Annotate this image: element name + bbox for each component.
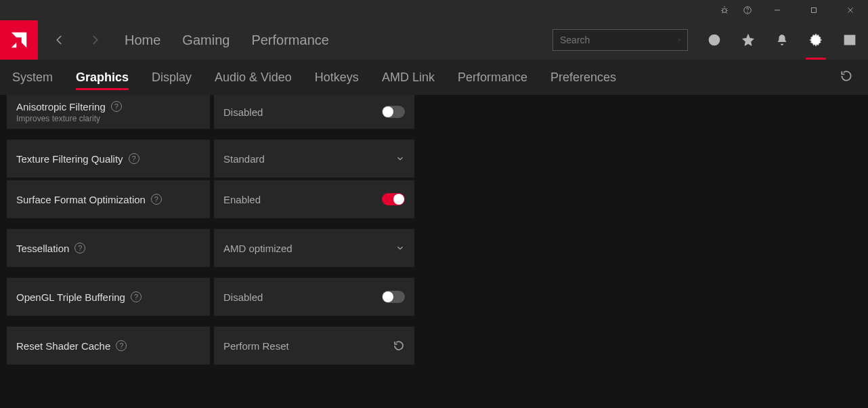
subtab-amd-link[interactable]: AMD Link (382, 61, 435, 94)
setting-description: Improves texture clarity (16, 114, 200, 123)
help-icon[interactable]: ? (151, 194, 162, 205)
maximize-button[interactable] (802, 0, 826, 20)
main-toolbar: Home Gaming Performance (0, 20, 868, 60)
setting-anisotropic: Anisotropic Filtering ? Improves texture… (7, 95, 861, 129)
subtab-system[interactable]: System (12, 61, 53, 94)
setting-value-cell: Disabled (214, 95, 414, 129)
help-icon[interactable]: ? (74, 243, 85, 253)
chevron-down-icon (395, 243, 405, 253)
setting-value: Disabled (223, 291, 263, 303)
toggle-anisotropic[interactable] (382, 106, 405, 118)
chevron-down-icon (395, 154, 405, 163)
setting-value: Disabled (223, 106, 263, 118)
setting-opengl-triple-buffering: OpenGL Triple Buffering ? Disabled (7, 278, 861, 316)
toggle-triple-buffering[interactable] (382, 291, 405, 303)
setting-reset-shader-cache: Reset Shader Cache ? Perform Reset (7, 327, 861, 365)
subtab-preferences[interactable]: Preferences (550, 61, 616, 94)
subtab-display[interactable]: Display (152, 61, 192, 94)
bug-icon[interactable] (719, 5, 730, 16)
minimize-button[interactable] (765, 0, 789, 20)
setting-value-cell[interactable]: AMD optimized (214, 229, 414, 267)
setting-value-cell[interactable]: Perform Reset (214, 327, 414, 365)
setting-surface-format: Surface Format Optimization ? Enabled (7, 180, 861, 218)
subtab-graphics[interactable]: Graphics (76, 61, 129, 94)
setting-label-cell: Texture Filtering Quality ? (7, 140, 210, 178)
setting-label: Reset Shader Cache (16, 340, 110, 352)
setting-label: Anisotropic Filtering (16, 101, 106, 113)
setting-value-cell: Disabled (214, 278, 414, 316)
setting-value: Standard (223, 153, 265, 165)
setting-tessellation: Tessellation ? AMD optimized (7, 229, 861, 267)
search-icon (678, 35, 680, 45)
toggle-surface-format[interactable] (382, 193, 405, 205)
close-button[interactable] (838, 0, 863, 20)
setting-label: Texture Filtering Quality (16, 153, 123, 165)
reset-all-icon[interactable] (840, 69, 856, 85)
forward-button[interactable] (81, 34, 108, 46)
svg-point-4 (679, 39, 680, 41)
subtab-audio-video[interactable]: Audio & Video (215, 61, 292, 94)
setting-texture-filtering: Texture Filtering Quality ? Standard (7, 140, 861, 178)
setting-label: Surface Format Optimization (16, 194, 146, 205)
tab-gaming[interactable]: Gaming (182, 33, 230, 48)
sub-nav: System Graphics Display Audio & Video Ho… (0, 60, 868, 95)
help-icon[interactable] (742, 5, 753, 16)
search-box[interactable] (552, 29, 688, 51)
setting-label-cell: Surface Format Optimization ? (7, 180, 210, 218)
web-icon[interactable] (707, 33, 722, 47)
amd-logo[interactable] (0, 20, 38, 60)
star-icon[interactable] (741, 33, 756, 47)
setting-value: AMD optimized (223, 243, 292, 254)
setting-label: Tessellation (16, 243, 69, 254)
svg-rect-3 (812, 8, 817, 13)
back-button[interactable] (46, 34, 73, 46)
tab-home[interactable]: Home (125, 33, 160, 48)
tab-performance[interactable]: Performance (251, 33, 329, 48)
setting-value-cell[interactable]: Standard (214, 140, 414, 178)
setting-label-cell: Tessellation ? (7, 229, 210, 267)
reset-icon (393, 340, 405, 352)
bell-icon[interactable] (775, 33, 789, 47)
setting-value: Perform Reset (223, 340, 289, 352)
settings-content: Anisotropic Filtering ? Improves texture… (0, 95, 868, 408)
setting-label-cell: Anisotropic Filtering ? Improves texture… (7, 95, 210, 129)
panel-icon[interactable] (842, 33, 857, 47)
window-titlebar (0, 0, 868, 20)
main-tabs: Home Gaming Performance (125, 33, 329, 48)
help-icon[interactable]: ? (116, 340, 127, 351)
help-icon[interactable]: ? (129, 153, 139, 164)
setting-label-cell: OpenGL Triple Buffering ? (7, 278, 210, 316)
svg-point-0 (722, 9, 726, 13)
toolbar-icons (707, 33, 857, 47)
gear-icon[interactable] (808, 33, 823, 47)
help-icon[interactable]: ? (131, 291, 142, 302)
subtab-hotkeys[interactable]: Hotkeys (315, 61, 359, 94)
help-icon[interactable]: ? (111, 101, 122, 112)
search-input[interactable] (560, 35, 678, 45)
setting-label: OpenGL Triple Buffering (16, 291, 125, 303)
svg-point-2 (747, 12, 748, 13)
setting-value-cell: Enabled (214, 180, 414, 218)
subtab-performance[interactable]: Performance (458, 61, 527, 94)
setting-value: Enabled (223, 194, 261, 205)
setting-label-cell: Reset Shader Cache ? (7, 327, 210, 365)
